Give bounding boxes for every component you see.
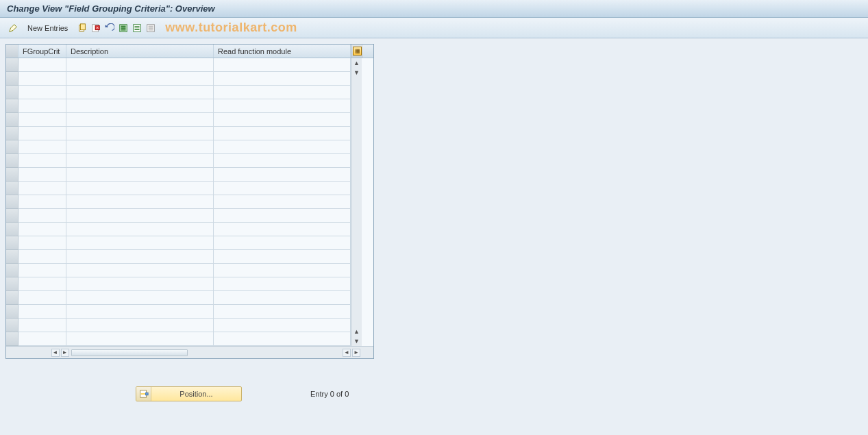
column-header-fgroupcrit[interactable]: FGroupCrit bbox=[18, 45, 66, 58]
cell-fgroupcrit[interactable] bbox=[18, 236, 66, 250]
cell-description[interactable] bbox=[66, 86, 214, 99]
table-settings-button[interactable]: ▦ bbox=[351, 45, 363, 58]
cell-description[interactable] bbox=[66, 305, 214, 319]
hscroll-left-arrow-2-icon[interactable]: ◄ bbox=[343, 349, 351, 357]
cell-read-function[interactable] bbox=[214, 86, 351, 99]
cell-fgroupcrit[interactable] bbox=[18, 182, 66, 195]
cell-read-function[interactable] bbox=[214, 182, 351, 195]
scroll-up-arrow-icon[interactable]: ▲ bbox=[352, 58, 362, 68]
scroll-down-arrow-icon[interactable]: ▼ bbox=[352, 336, 362, 346]
cell-read-function[interactable] bbox=[214, 277, 351, 291]
cell-description[interactable] bbox=[66, 291, 214, 305]
cell-description[interactable] bbox=[66, 209, 214, 223]
row-selector[interactable] bbox=[6, 182, 18, 195]
delete-icon[interactable] bbox=[90, 22, 102, 34]
cell-fgroupcrit[interactable] bbox=[18, 223, 66, 236]
cell-fgroupcrit[interactable] bbox=[18, 277, 66, 291]
cell-read-function[interactable] bbox=[214, 72, 351, 86]
row-selector[interactable] bbox=[6, 195, 18, 209]
cell-description[interactable] bbox=[66, 168, 214, 182]
cell-description[interactable] bbox=[66, 195, 214, 209]
cell-read-function[interactable] bbox=[214, 319, 351, 332]
hscroll-thumb[interactable] bbox=[71, 349, 188, 356]
cell-read-function[interactable] bbox=[214, 236, 351, 250]
cell-fgroupcrit[interactable] bbox=[18, 332, 66, 346]
hscroll-right-arrow-icon[interactable]: ► bbox=[61, 349, 69, 357]
cell-fgroupcrit[interactable] bbox=[18, 113, 66, 127]
cell-description[interactable] bbox=[66, 127, 214, 140]
undo-change-icon[interactable] bbox=[103, 22, 116, 34]
row-selector[interactable] bbox=[6, 140, 18, 154]
row-selector[interactable] bbox=[6, 99, 18, 113]
vertical-scrollbar[interactable]: ▲ ▼ ▲ ▼ bbox=[351, 58, 362, 346]
cell-read-function[interactable] bbox=[214, 140, 351, 154]
row-selector[interactable] bbox=[6, 209, 18, 223]
column-header-read-function[interactable]: Read function module bbox=[214, 45, 351, 58]
cell-read-function[interactable] bbox=[214, 99, 351, 113]
cell-fgroupcrit[interactable] bbox=[18, 319, 66, 332]
cell-fgroupcrit[interactable] bbox=[18, 140, 66, 154]
column-header-description[interactable]: Description bbox=[66, 45, 214, 58]
cell-read-function[interactable] bbox=[214, 223, 351, 236]
cell-description[interactable] bbox=[66, 140, 214, 154]
copy-as-icon[interactable] bbox=[76, 22, 88, 34]
cell-description[interactable] bbox=[66, 154, 214, 168]
row-selector[interactable] bbox=[6, 236, 18, 250]
cell-description[interactable] bbox=[66, 113, 214, 127]
row-selector[interactable] bbox=[6, 72, 18, 86]
cell-read-function[interactable] bbox=[214, 264, 351, 277]
cell-read-function[interactable] bbox=[214, 195, 351, 209]
row-selector[interactable] bbox=[6, 291, 18, 305]
cell-fgroupcrit[interactable] bbox=[18, 264, 66, 277]
cell-fgroupcrit[interactable] bbox=[18, 168, 66, 182]
row-selector[interactable] bbox=[6, 223, 18, 236]
cell-fgroupcrit[interactable] bbox=[18, 86, 66, 99]
cell-read-function[interactable] bbox=[214, 305, 351, 319]
cell-description[interactable] bbox=[66, 58, 214, 72]
cell-description[interactable] bbox=[66, 99, 214, 113]
cell-read-function[interactable] bbox=[214, 58, 351, 72]
hscroll-left-arrow-icon[interactable]: ◄ bbox=[51, 349, 60, 357]
scroll-up-step-icon[interactable]: ▼ bbox=[352, 68, 362, 77]
select-all-icon[interactable] bbox=[117, 22, 129, 34]
cell-fgroupcrit[interactable] bbox=[18, 154, 66, 168]
cell-read-function[interactable] bbox=[214, 291, 351, 305]
cell-description[interactable] bbox=[66, 236, 214, 250]
cell-fgroupcrit[interactable] bbox=[18, 99, 66, 113]
row-selector[interactable] bbox=[6, 127, 18, 140]
row-selector[interactable] bbox=[6, 168, 18, 182]
row-selector[interactable] bbox=[6, 58, 18, 72]
row-select-all[interactable] bbox=[6, 45, 18, 58]
row-selector[interactable] bbox=[6, 86, 18, 99]
cell-read-function[interactable] bbox=[214, 113, 351, 127]
cell-description[interactable] bbox=[66, 72, 214, 86]
cell-description[interactable] bbox=[66, 182, 214, 195]
scroll-down-step-icon[interactable]: ▲ bbox=[352, 327, 362, 336]
position-button[interactable]: Position... bbox=[136, 386, 242, 401]
deselect-all-icon[interactable] bbox=[145, 22, 157, 34]
row-selector[interactable] bbox=[6, 264, 18, 277]
cell-read-function[interactable] bbox=[214, 154, 351, 168]
cell-fgroupcrit[interactable] bbox=[18, 305, 66, 319]
cell-fgroupcrit[interactable] bbox=[18, 291, 66, 305]
row-selector[interactable] bbox=[6, 305, 18, 319]
select-block-icon[interactable] bbox=[131, 22, 143, 34]
cell-description[interactable] bbox=[66, 319, 214, 332]
hscroll-track-left[interactable]: ◄ ► bbox=[18, 349, 190, 357]
cell-description[interactable] bbox=[66, 332, 214, 346]
toggle-change-icon[interactable] bbox=[7, 22, 19, 34]
cell-fgroupcrit[interactable] bbox=[18, 250, 66, 264]
cell-fgroupcrit[interactable] bbox=[18, 127, 66, 140]
cell-read-function[interactable] bbox=[214, 250, 351, 264]
row-selector[interactable] bbox=[6, 332, 18, 346]
cell-read-function[interactable] bbox=[214, 168, 351, 182]
cell-fgroupcrit[interactable] bbox=[18, 209, 66, 223]
new-entries-button[interactable]: New Entries bbox=[23, 23, 72, 34]
row-selector[interactable] bbox=[6, 154, 18, 168]
cell-read-function[interactable] bbox=[214, 127, 351, 140]
cell-description[interactable] bbox=[66, 264, 214, 277]
row-selector[interactable] bbox=[6, 319, 18, 332]
cell-fgroupcrit[interactable] bbox=[18, 72, 66, 86]
cell-read-function[interactable] bbox=[214, 332, 351, 346]
cell-description[interactable] bbox=[66, 277, 214, 291]
